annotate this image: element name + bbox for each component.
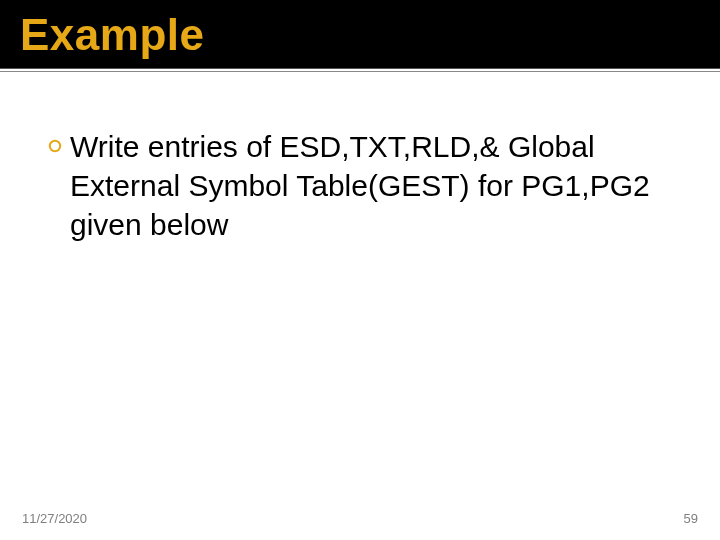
title-band: Example — [0, 0, 720, 69]
footer-page-number: 59 — [684, 511, 698, 526]
slide-title: Example — [20, 10, 720, 60]
bullet-text: Write entries of ESD,TXT,RLD,& Global Ex… — [70, 127, 672, 244]
footer-date: 11/27/2020 — [22, 511, 87, 526]
content-area: Write entries of ESD,TXT,RLD,& Global Ex… — [0, 72, 720, 244]
svg-point-0 — [50, 141, 60, 151]
footer: 11/27/2020 59 — [0, 511, 720, 526]
bullet-item: Write entries of ESD,TXT,RLD,& Global Ex… — [48, 127, 672, 244]
bullet-circle-icon — [48, 139, 62, 153]
